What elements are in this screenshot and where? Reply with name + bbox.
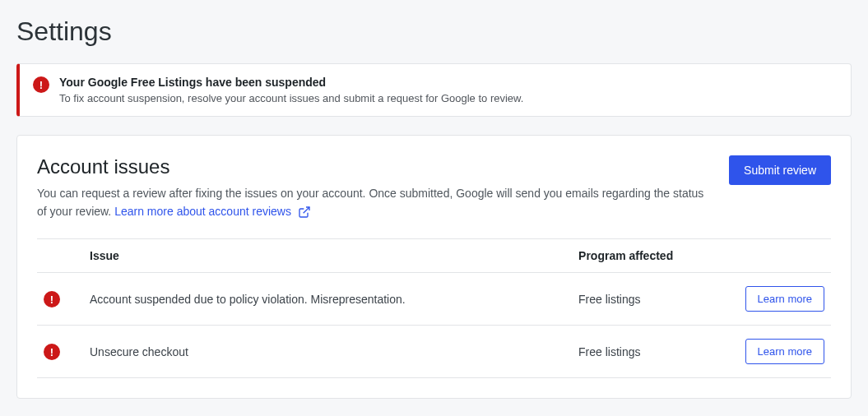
panel-description: You can request a review after fixing th… [37,185,709,220]
table-row: ! Unsecure checkout Free listings Learn … [37,326,831,378]
error-icon: ! [44,291,60,307]
error-icon: ! [33,76,49,93]
table-header-action [732,239,831,273]
learn-more-button[interactable]: Learn more [745,286,824,312]
learn-more-button[interactable]: Learn more [745,339,824,364]
issues-table: Issue Program affected ! Account suspend… [37,238,831,378]
program-text: Free listings [572,326,732,378]
panel-title: Account issues [37,155,709,178]
table-row: ! Account suspended due to policy violat… [37,273,831,326]
external-link-icon [298,206,311,219]
issue-text: Unsecure checkout [83,326,572,378]
table-header-icon [37,239,83,273]
table-header-issue: Issue [83,239,572,273]
account-issues-panel: Account issues You can request a review … [16,135,852,399]
learn-more-reviews-link[interactable]: Learn more about account reviews [114,205,311,218]
svg-line-0 [304,207,309,213]
page-title: Settings [16,16,852,47]
learn-more-reviews-text: Learn more about account reviews [114,205,291,218]
alert-description: To fix account suspension, resolve your … [59,92,523,104]
alert-title: Your Google Free Listings have been susp… [59,76,523,89]
issue-text: Account suspended due to policy violatio… [83,273,572,326]
program-text: Free listings [572,273,732,326]
table-header-program: Program affected [572,239,732,273]
suspension-alert: ! Your Google Free Listings have been su… [16,63,852,117]
error-icon: ! [44,344,60,360]
submit-review-button[interactable]: Submit review [729,155,831,185]
